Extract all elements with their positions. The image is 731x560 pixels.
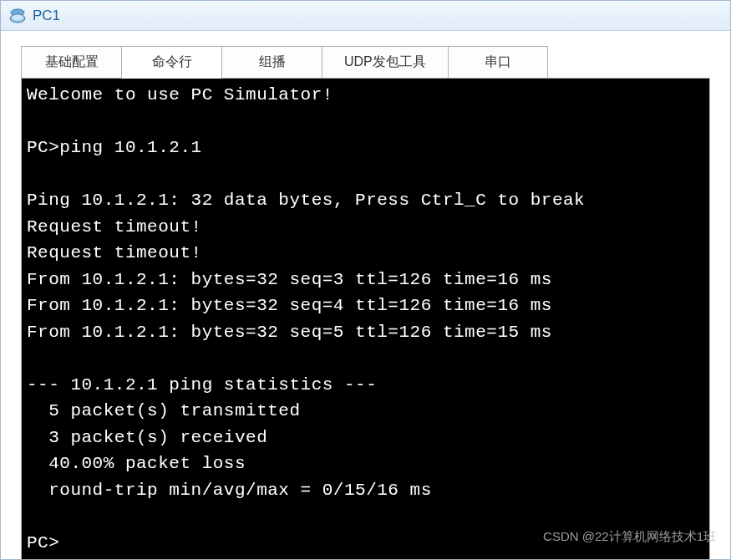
terminal-output[interactable]: Welcome to use PC Simulator! PC>ping 10.… xyxy=(21,78,710,560)
pc-icon xyxy=(8,6,28,26)
tab-bar: 基础配置 命令行 组播 UDP发包工具 串口 xyxy=(21,46,710,79)
app-window: PC1 基础配置 命令行 组播 UDP发包工具 串口 Welcome to us… xyxy=(0,0,731,560)
tab-udp-tool[interactable]: UDP发包工具 xyxy=(322,46,448,79)
tab-label: 串口 xyxy=(485,54,511,69)
tab-label: UDP发包工具 xyxy=(344,54,426,69)
tab-label: 基础配置 xyxy=(45,54,99,69)
tab-command-line[interactable]: 命令行 xyxy=(121,46,221,79)
tab-serial[interactable]: 串口 xyxy=(448,46,548,79)
content-area: 基础配置 命令行 组播 UDP发包工具 串口 Welcome to use PC… xyxy=(1,31,730,559)
tab-basic-config[interactable]: 基础配置 xyxy=(21,46,121,79)
titlebar[interactable]: PC1 xyxy=(1,1,730,31)
window-title: PC1 xyxy=(33,8,60,24)
tab-label: 组播 xyxy=(259,54,286,69)
watermark: CSDN @22计算机网络技术1班 xyxy=(543,529,716,545)
tab-multicast[interactable]: 组播 xyxy=(221,46,322,79)
tab-label: 命令行 xyxy=(152,54,192,69)
svg-point-2 xyxy=(12,14,23,20)
